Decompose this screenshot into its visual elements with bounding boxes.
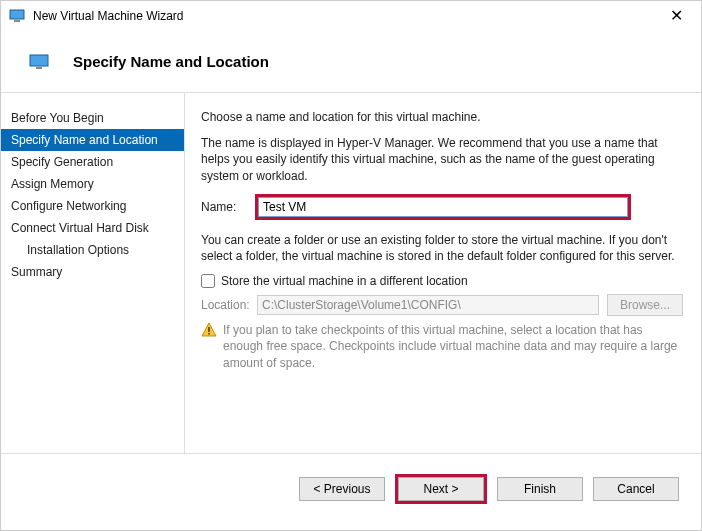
svg-rect-0 xyxy=(10,10,24,19)
previous-button[interactable]: < Previous xyxy=(299,477,385,501)
footer: < Previous Next > Finish Cancel xyxy=(1,453,701,523)
window-title: New Virtual Machine Wizard xyxy=(33,9,660,23)
warning-icon xyxy=(201,322,217,338)
sidebar-item-assign-memory[interactable]: Assign Memory xyxy=(1,173,184,195)
svg-rect-5 xyxy=(208,327,210,332)
location-input xyxy=(257,295,599,315)
wizard-body: Before You Begin Specify Name and Locati… xyxy=(1,93,701,453)
cancel-button[interactable]: Cancel xyxy=(593,477,679,501)
titlebar: New Virtual Machine Wizard ✕ xyxy=(1,1,701,31)
wizard-header: Specify Name and Location xyxy=(1,31,701,93)
store-checkbox-label: Store the virtual machine in a different… xyxy=(221,274,468,288)
header-monitor-icon xyxy=(29,54,49,70)
location-label: Location: xyxy=(201,298,257,312)
page-title: Specify Name and Location xyxy=(73,53,269,70)
name-input-highlight xyxy=(255,194,631,220)
next-button[interactable]: Next > xyxy=(398,477,484,501)
next-button-highlight: Next > xyxy=(395,474,487,504)
svg-rect-6 xyxy=(208,333,210,335)
description-text: The name is displayed in Hyper-V Manager… xyxy=(201,135,683,184)
warning-text: If you plan to take checkpoints of this … xyxy=(223,322,683,371)
sidebar-item-connect-vhd[interactable]: Connect Virtual Hard Disk xyxy=(1,217,184,239)
browse-button: Browse... xyxy=(607,294,683,316)
store-checkbox-row: Store the virtual machine in a different… xyxy=(201,274,683,288)
sidebar-item-before-you-begin[interactable]: Before You Begin xyxy=(1,107,184,129)
sidebar-item-summary[interactable]: Summary xyxy=(1,261,184,283)
app-monitor-icon xyxy=(9,9,25,23)
svg-rect-1 xyxy=(14,20,20,22)
sidebar-item-specify-name[interactable]: Specify Name and Location xyxy=(1,129,184,151)
content: Choose a name and location for this virt… xyxy=(185,93,701,453)
sidebar-item-installation-options[interactable]: Installation Options xyxy=(1,239,184,261)
name-row: Name: xyxy=(201,194,683,220)
folder-desc: You can create a folder or use an existi… xyxy=(201,232,683,264)
warning-row: If you plan to take checkpoints of this … xyxy=(201,322,683,371)
sidebar-item-configure-networking[interactable]: Configure Networking xyxy=(1,195,184,217)
finish-button[interactable]: Finish xyxy=(497,477,583,501)
svg-rect-2 xyxy=(30,55,48,66)
close-icon[interactable]: ✕ xyxy=(660,6,693,26)
name-input[interactable] xyxy=(258,197,628,217)
sidebar: Before You Begin Specify Name and Locati… xyxy=(1,93,185,453)
store-checkbox[interactable] xyxy=(201,274,215,288)
sidebar-item-specify-generation[interactable]: Specify Generation xyxy=(1,151,184,173)
svg-rect-3 xyxy=(36,67,42,69)
location-row: Location: Browse... xyxy=(201,294,683,316)
name-label: Name: xyxy=(201,200,255,214)
intro-text: Choose a name and location for this virt… xyxy=(201,109,683,125)
